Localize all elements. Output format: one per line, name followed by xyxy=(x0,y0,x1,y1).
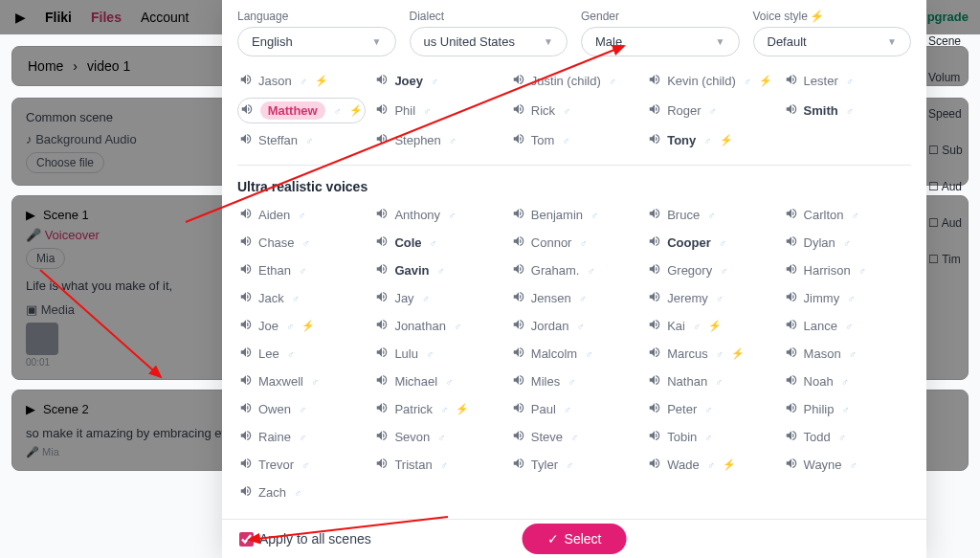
voice-item[interactable]: Justin (child)♂ xyxy=(510,70,638,92)
speaker-icon[interactable] xyxy=(648,73,661,89)
speaker-icon[interactable] xyxy=(239,457,253,473)
voice-item[interactable]: Roger♂ xyxy=(646,98,774,123)
speaker-icon[interactable] xyxy=(375,429,389,445)
voice-item[interactable]: Raine♂ xyxy=(237,426,366,448)
speaker-icon[interactable] xyxy=(375,373,389,390)
voice-item[interactable]: Gavin♂ xyxy=(373,259,501,281)
voice-item[interactable]: Miles♂ xyxy=(510,370,638,392)
nav-account[interactable]: Account xyxy=(141,10,189,25)
voice-item[interactable]: Tobin♂ xyxy=(646,426,774,448)
voice-item[interactable]: Smith♂ xyxy=(783,98,911,123)
speaker-icon[interactable] xyxy=(648,401,661,417)
voice-item[interactable]: Cooper♂ xyxy=(646,232,774,254)
speaker-icon[interactable] xyxy=(239,318,253,334)
voice-item[interactable]: Peter♂ xyxy=(646,398,774,420)
voice-item[interactable]: Kevin (child)♂⚡ xyxy=(646,70,774,92)
speaker-icon[interactable] xyxy=(375,318,389,334)
speaker-icon[interactable] xyxy=(512,73,525,89)
speaker-icon[interactable] xyxy=(648,234,661,251)
voice-item[interactable]: Jack♂ xyxy=(237,287,366,309)
voice-item[interactable]: Maxwell♂ xyxy=(237,370,366,392)
speaker-icon[interactable] xyxy=(785,346,798,362)
voice-item[interactable]: Anthony♂ xyxy=(373,204,501,226)
media-thumb[interactable] xyxy=(26,323,58,355)
gender-select[interactable]: Male▼ xyxy=(581,27,740,56)
speaker-icon[interactable] xyxy=(512,457,525,473)
voice-item[interactable]: Harrison♂ xyxy=(783,259,911,281)
voice-item[interactable]: Patrick♂⚡ xyxy=(373,398,501,420)
speaker-icon[interactable] xyxy=(648,429,661,445)
voice-item[interactable]: Jason♂⚡ xyxy=(237,70,366,92)
voice-item[interactable]: Tom♂ xyxy=(510,129,638,151)
speaker-icon[interactable] xyxy=(648,318,661,334)
voice-item[interactable]: Phil♂ xyxy=(373,98,501,123)
voice-item[interactable]: Aiden♂ xyxy=(237,204,366,226)
voice-item[interactable]: Bruce♂ xyxy=(646,204,774,226)
speaker-icon[interactable] xyxy=(512,262,525,279)
speaker-icon[interactable] xyxy=(375,457,389,473)
voice-item[interactable]: Steffan♂ xyxy=(237,129,366,151)
voice-item[interactable]: Carlton♂ xyxy=(783,204,911,226)
speaker-icon[interactable] xyxy=(785,318,798,334)
speaker-icon[interactable] xyxy=(240,102,254,119)
speaker-icon[interactable] xyxy=(785,290,798,306)
voice-item[interactable]: Kai♂⚡ xyxy=(646,315,774,337)
voice-item[interactable]: Rick♂ xyxy=(510,98,638,123)
voice-item[interactable]: Wayne♂ xyxy=(783,454,911,476)
voice-item[interactable]: Tony♂⚡ xyxy=(646,129,774,151)
speaker-icon[interactable] xyxy=(375,262,389,279)
speaker-icon[interactable] xyxy=(648,457,661,473)
speaker-icon[interactable] xyxy=(375,290,389,306)
speaker-icon[interactable] xyxy=(512,234,525,251)
apply-all-checkbox[interactable]: Apply to all scenes xyxy=(239,531,371,547)
voice-item[interactable]: Lester♂ xyxy=(783,70,911,92)
speaker-icon[interactable] xyxy=(512,132,525,148)
speaker-icon[interactable] xyxy=(512,373,525,390)
speaker-icon[interactable] xyxy=(648,346,661,362)
voice-item[interactable]: Matthew♂⚡ xyxy=(237,98,366,123)
speaker-icon[interactable] xyxy=(239,429,253,445)
voice-item[interactable]: Paul♂ xyxy=(510,398,638,420)
speaker-icon[interactable] xyxy=(239,484,253,501)
dialect-select[interactable]: us United States▼ xyxy=(410,27,568,56)
speaker-icon[interactable] xyxy=(785,457,798,473)
crumb-page[interactable]: video 1 xyxy=(87,58,130,74)
speaker-icon[interactable] xyxy=(239,346,253,362)
voice-item[interactable]: Stephen♂ xyxy=(373,129,501,151)
voice-item[interactable]: Todd♂ xyxy=(783,426,911,448)
speaker-icon[interactable] xyxy=(512,207,525,223)
speaker-icon[interactable] xyxy=(785,102,798,119)
apply-all-input[interactable] xyxy=(239,532,254,547)
select-button[interactable]: ✓ Select xyxy=(523,524,627,554)
voice-item[interactable]: Jonathan♂ xyxy=(373,315,501,337)
voice-item[interactable]: Philip♂ xyxy=(783,398,911,420)
speaker-icon[interactable] xyxy=(239,373,253,390)
speaker-icon[interactable] xyxy=(648,262,661,279)
voice-item[interactable]: Dylan♂ xyxy=(783,232,911,254)
speaker-icon[interactable] xyxy=(785,401,798,417)
speaker-icon[interactable] xyxy=(785,373,798,390)
voice-item[interactable]: Tyler♂ xyxy=(510,454,638,476)
voice-item[interactable]: Jeremy♂ xyxy=(646,287,774,309)
voice-item[interactable]: Joe♂⚡ xyxy=(237,315,366,337)
voice-item[interactable]: Malcolm♂ xyxy=(510,343,638,365)
voice-item[interactable]: Jimmy♂ xyxy=(783,287,911,309)
voice-item[interactable]: Marcus♂⚡ xyxy=(646,343,774,365)
voice-item[interactable]: Tristan♂ xyxy=(373,454,501,476)
voice-item[interactable]: Connor♂ xyxy=(510,232,638,254)
speaker-icon[interactable] xyxy=(239,132,253,148)
voice-item[interactable]: Jensen♂ xyxy=(510,287,638,309)
language-select[interactable]: English▼ xyxy=(237,27,396,56)
play-icon[interactable]: ▶ xyxy=(26,402,35,416)
voice-item[interactable]: Ethan♂ xyxy=(237,259,366,281)
voice-item[interactable]: Jay♂ xyxy=(373,287,501,309)
speaker-icon[interactable] xyxy=(239,73,253,89)
voice-item[interactable]: Sevon♂ xyxy=(373,426,501,448)
speaker-icon[interactable] xyxy=(239,290,253,306)
speaker-icon[interactable] xyxy=(375,73,389,89)
speaker-icon[interactable] xyxy=(239,401,253,417)
nav-files[interactable]: Files xyxy=(91,10,122,25)
speaker-icon[interactable] xyxy=(239,262,253,279)
speaker-icon[interactable] xyxy=(512,401,525,417)
speaker-icon[interactable] xyxy=(512,429,525,445)
